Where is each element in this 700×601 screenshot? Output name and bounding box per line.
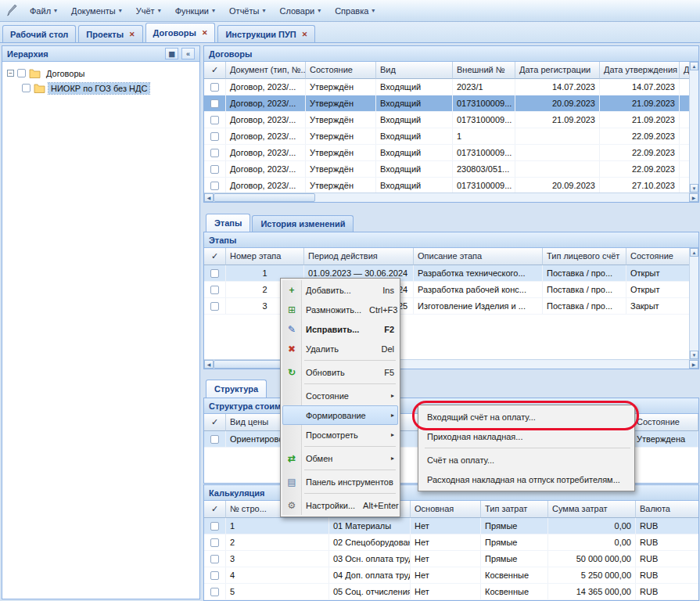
table-row[interactable]: 101 МатериалыНетПрямые0,00RUB: [204, 518, 698, 534]
tab-rabochiy-stol[interactable]: Рабочий стол: [2, 25, 76, 42]
column-header[interactable]: Номер этапа: [226, 248, 304, 265]
menubar-item[interactable]: Документы▾: [65, 3, 128, 19]
row-checkbox[interactable]: [210, 165, 219, 174]
table-row[interactable]: 303 Осн. оплата трудаНетПрямые50 000 000…: [204, 551, 698, 567]
column-header[interactable]: Сумма затрат: [548, 501, 636, 518]
table-row[interactable]: Договор, 2023/...УтверждёнВходящий017310…: [204, 145, 698, 161]
collapse-icon[interactable]: −: [7, 70, 14, 77]
column-header[interactable]: ✓: [204, 248, 226, 265]
table-row[interactable]: 301.01.2025 — 30.06.2025Изготовление Изд…: [204, 298, 698, 315]
column-header[interactable]: Дата регистрации: [515, 62, 600, 79]
column-header[interactable]: Описание этапа: [414, 248, 543, 265]
column-header[interactable]: Состояние: [633, 414, 698, 431]
table-row[interactable]: Договор, 2023/...УтверждёнВходящий230803…: [204, 161, 698, 178]
column-header[interactable]: Вид: [376, 62, 453, 79]
column-header[interactable]: Валюта: [636, 501, 698, 518]
scroll-up-icon[interactable]: ▲: [690, 62, 698, 70]
table-row[interactable]: 505 Соц. отчисленияНетКосвенные14 365 00…: [204, 584, 698, 600]
column-header[interactable]: Тип лицевого счёт: [543, 248, 626, 265]
menubar-item[interactable]: Словари▾: [273, 3, 327, 19]
menu-item[interactable]: ▤Панель инструментов: [282, 472, 398, 491]
table-row[interactable]: 101.09.2023 — 30.06.2024Разработка техни…: [204, 265, 698, 282]
vertical-scrollbar[interactable]: ▲ ▼: [689, 248, 698, 359]
menu-item[interactable]: ⚙Настройки...Alt+Enter: [282, 495, 398, 515]
collapse-panel-icon[interactable]: «: [181, 48, 195, 59]
scroll-down-icon[interactable]: ▼: [690, 351, 698, 359]
row-checkbox[interactable]: [210, 116, 219, 124]
row-checkbox[interactable]: [210, 302, 219, 311]
column-header[interactable]: ✓: [204, 414, 226, 431]
row-checkbox[interactable]: [210, 99, 219, 108]
horizontal-scrollbar[interactable]: ◀ ▶: [204, 193, 698, 202]
menu-item[interactable]: Состояние▸: [282, 386, 398, 405]
row-checkbox[interactable]: [210, 435, 219, 444]
table-row[interactable]: Договор, 2023/...УтверждёнВходящий017310…: [204, 95, 698, 112]
scrollbar-track[interactable]: [315, 193, 689, 202]
row-checkbox[interactable]: [210, 182, 219, 190]
column-header[interactable]: Дата утверждения: [600, 62, 680, 79]
menu-item[interactable]: ↻ОбновитьF5: [282, 362, 398, 382]
tab-close-icon[interactable]: ✕: [202, 29, 208, 37]
column-header[interactable]: Тип затрат: [481, 501, 548, 518]
hierarchy-settings-icon[interactable]: ▦: [165, 48, 178, 59]
row-checkbox[interactable]: [210, 538, 219, 547]
scroll-down-icon[interactable]: ▼: [690, 184, 698, 193]
row-checkbox[interactable]: [210, 269, 219, 278]
menu-item[interactable]: Входящий счёт на оплату...: [420, 407, 633, 426]
column-header[interactable]: Основная: [411, 501, 481, 518]
menu-item[interactable]: Расходная накладная на отпуск потребител…: [420, 470, 633, 489]
tree-checkbox[interactable]: [17, 69, 26, 77]
table-row[interactable]: 201.07.2024 — 31.12.2024Разработка рабоч…: [204, 282, 698, 298]
column-header[interactable]: Документ (тип, №...: [226, 62, 306, 79]
tab-close-icon[interactable]: ✕: [302, 31, 308, 38]
tab-istoriya-izmeneniy[interactable]: История изменений: [252, 215, 354, 232]
tab-struktura[interactable]: Структура: [206, 380, 267, 398]
menubar-item[interactable]: Функции▾: [169, 3, 221, 19]
column-header[interactable]: ✓: [204, 501, 226, 518]
row-checkbox[interactable]: [210, 286, 219, 294]
scrollbar-track[interactable]: [690, 70, 698, 184]
scroll-left-icon[interactable]: ◀: [204, 360, 214, 369]
tree-node-niokr[interactable]: НИОКР по ГОЗ без НДС: [5, 81, 197, 95]
scrollbar-thumb[interactable]: [214, 193, 315, 202]
table-row[interactable]: 404 Доп. оплата трудаНетКосвенные5 250 0…: [204, 567, 698, 584]
menubar-item[interactable]: Справка▾: [328, 3, 381, 19]
tree-checkbox[interactable]: [22, 84, 31, 92]
row-checkbox[interactable]: [210, 555, 219, 563]
menu-item[interactable]: Счёт на оплату...: [420, 450, 633, 470]
menu-item[interactable]: Формирование▸: [282, 405, 398, 425]
tab-dogovory[interactable]: Договоры ✕: [145, 23, 216, 42]
tab-close-icon[interactable]: ✕: [129, 31, 135, 38]
table-row[interactable]: 202 СпецоборудованиеНетПрямые0,00RUB: [204, 534, 698, 551]
row-checkbox[interactable]: [210, 149, 219, 157]
scrollbar-track[interactable]: [690, 257, 698, 351]
menubar-item[interactable]: Учёт▾: [130, 3, 167, 19]
table-row[interactable]: Договор, 2023/...УтверждёнВходящий017310…: [204, 178, 698, 193]
scroll-left-icon[interactable]: ◀: [204, 193, 214, 202]
menu-item[interactable]: Просмотреть▸: [282, 425, 398, 444]
row-checkbox[interactable]: [210, 522, 219, 531]
column-header[interactable]: Состояние: [626, 248, 692, 265]
tab-etapy[interactable]: Этапы: [206, 214, 250, 232]
menu-item[interactable]: Приходная накладная...: [420, 426, 633, 446]
column-header[interactable]: Состояние: [306, 62, 376, 79]
menu-item[interactable]: ✖УдалитьDel: [282, 339, 398, 358]
horizontal-scrollbar[interactable]: ◀ ▶: [204, 359, 698, 369]
table-row[interactable]: Договор, 2023/...УтверждёнВходящий122.09…: [204, 128, 698, 145]
row-checkbox[interactable]: [210, 588, 219, 596]
vertical-scrollbar[interactable]: ▲ ▼: [689, 62, 698, 193]
scroll-up-icon[interactable]: ▲: [690, 248, 698, 257]
row-checkbox[interactable]: [210, 132, 219, 141]
menu-item[interactable]: ⇄Обмен▸: [282, 448, 398, 468]
column-header[interactable]: Внешний №: [453, 62, 515, 79]
table-row[interactable]: Договор, 2023/...УтверждёнВходящий2023/1…: [204, 79, 698, 95]
table-row[interactable]: Договор, 2023/...УтверждёнВходящий017310…: [204, 112, 698, 128]
menu-item[interactable]: ⊞Размножить...Ctrl+F3: [282, 300, 398, 319]
menu-item[interactable]: +Добавить...Ins: [282, 280, 398, 300]
scroll-right-icon[interactable]: ▶: [689, 193, 698, 202]
menubar-item[interactable]: Файл▾: [23, 3, 63, 19]
menubar-item[interactable]: Отчёты▾: [223, 3, 271, 19]
row-checkbox[interactable]: [210, 571, 219, 580]
column-header[interactable]: Период действия: [304, 248, 414, 265]
tree-node-dogovory[interactable]: − Договоры: [5, 66, 197, 81]
